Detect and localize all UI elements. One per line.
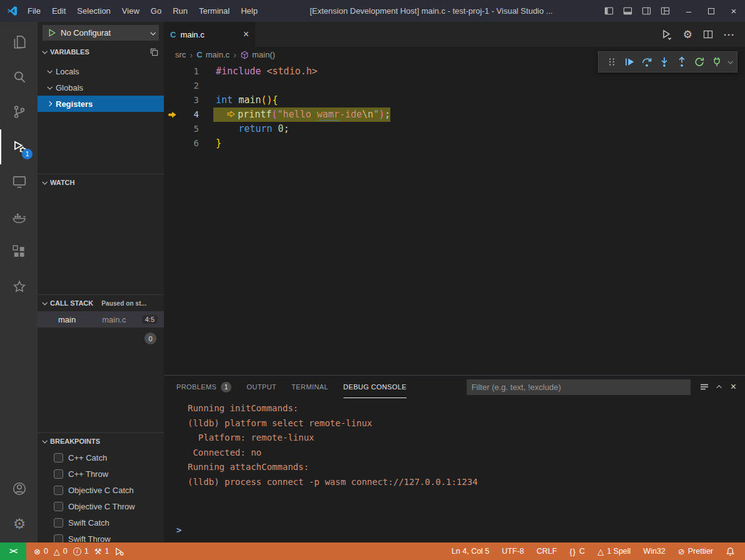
continue-icon[interactable] — [621, 54, 637, 70]
toggle-panel-icon[interactable] — [623, 6, 632, 16]
activity-star[interactable] — [0, 269, 38, 304]
status-language-mode[interactable]: {}C — [569, 547, 585, 556]
activity-explorer[interactable] — [0, 24, 38, 59]
activity-account[interactable] — [0, 471, 38, 506]
status-tools[interactable]: ⚒1 — [94, 547, 109, 556]
close-button[interactable]: × — [722, 0, 745, 22]
breakpoint-checkbox[interactable] — [54, 518, 63, 528]
console-lines-icon[interactable] — [699, 382, 709, 392]
code-line-6[interactable]: 6} — [164, 136, 745, 151]
tab-main.c[interactable]: Cmain.c× — [164, 22, 255, 47]
split-editor-icon[interactable] — [703, 29, 713, 39]
breadcrumb-item[interactable]: Cmain.c — [196, 50, 230, 59]
breakpoint-checkbox[interactable] — [54, 469, 63, 479]
code-editor[interactable]: 1#include <stdio.h>23int main(){4 printf… — [164, 62, 745, 375]
step-into-icon[interactable] — [656, 54, 672, 70]
status-cursor-position[interactable]: Ln 4, Col 5 — [452, 547, 489, 556]
activity-docker[interactable] — [0, 199, 38, 234]
customize-layout-icon[interactable] — [661, 6, 670, 16]
glyph-margin[interactable] — [164, 93, 180, 108]
menu-go[interactable]: Go — [145, 0, 167, 22]
status-eol[interactable]: CRLF — [537, 547, 557, 556]
activity-source-control[interactable] — [0, 94, 38, 129]
glyph-margin[interactable] — [164, 122, 180, 136]
status-prettier[interactable]: ⊘Prettier — [678, 547, 713, 556]
status-encoding[interactable]: UTF-8 — [502, 547, 524, 556]
breakpoint-checkbox[interactable] — [54, 453, 63, 462]
restart-icon[interactable] — [691, 54, 707, 70]
more-actions-icon[interactable]: ··· — [724, 29, 735, 40]
activity-remote-explorer[interactable] — [0, 164, 38, 199]
console-filter-input[interactable] — [467, 379, 691, 395]
status-infos[interactable]: i1 — [73, 547, 89, 556]
status-notifications[interactable] — [726, 547, 735, 556]
status-errors[interactable]: ⊗0 — [34, 547, 48, 556]
disconnect-icon[interactable] — [709, 54, 725, 70]
status-spell-checker[interactable]: △1 Spell — [597, 547, 631, 556]
panel-tab-terminal[interactable]: TERMINAL — [291, 376, 328, 398]
menu-help[interactable]: Help — [235, 0, 263, 22]
menu-run[interactable]: Run — [167, 0, 193, 22]
variables-item-registers[interactable]: Registers — [38, 96, 164, 112]
breakpoint-row[interactable]: C++ Throw — [38, 466, 164, 482]
breakpoint-row[interactable]: Swift Catch — [38, 514, 164, 531]
gear-icon[interactable]: ⚙ — [683, 29, 692, 40]
step-over-icon[interactable] — [639, 54, 655, 70]
breadcrumb-item[interactable]: src — [175, 50, 186, 59]
panel-tab-debug-console[interactable]: DEBUG CONSOLE — [343, 376, 407, 398]
debug-toolbar-chevron-icon[interactable] — [727, 59, 732, 64]
activity-settings-gear[interactable]: ⚙ — [0, 506, 38, 541]
breadcrumb-item[interactable]: main() — [240, 50, 275, 59]
menu-terminal[interactable]: Terminal — [193, 0, 235, 22]
toggle-sidebar-icon[interactable] — [604, 6, 614, 16]
variables-header[interactable]: VARIABLES — [38, 44, 164, 60]
status-warnings[interactable]: △0 — [54, 547, 68, 556]
panel-tab-problems[interactable]: PROBLEMS1 — [176, 376, 231, 398]
breakpoint-row[interactable]: Objective C Throw — [38, 498, 164, 514]
variables-item-globals[interactable]: Globals — [38, 79, 164, 96]
watch-header[interactable]: WATCH — [38, 174, 164, 191]
code-line-4[interactable]: 4 printf("hello wamr-ide\n"); — [164, 108, 745, 122]
close-panel-icon[interactable]: × — [731, 382, 736, 392]
debug-config-select[interactable]: No Configurat — [43, 25, 159, 41]
maximize-button[interactable] — [700, 0, 722, 22]
step-out-icon[interactable] — [674, 54, 690, 70]
maximize-panel-icon[interactable] — [718, 385, 722, 389]
panel-tab-output[interactable]: OUTPUT — [246, 376, 276, 398]
toggle-secondary-sidebar-icon[interactable] — [642, 6, 651, 16]
activity-extensions[interactable] — [0, 234, 38, 269]
breakpoint-row[interactable]: Swift Throw — [38, 531, 164, 542]
breakpoints-header[interactable]: BREAKPOINTS — [38, 433, 164, 449]
minimize-button[interactable]: – — [677, 0, 700, 22]
activity-search[interactable] — [0, 59, 38, 94]
current-line-arrow-icon[interactable] — [164, 108, 180, 122]
breakpoint-row[interactable]: Objective C Catch — [38, 482, 164, 498]
tab-close-icon[interactable]: × — [243, 29, 249, 39]
gripper-icon[interactable] — [604, 54, 620, 70]
remote-indicator[interactable]: >< — [0, 542, 26, 560]
console-prompt[interactable]: > — [176, 523, 181, 538]
glyph-margin[interactable] — [164, 79, 180, 93]
menu-view[interactable]: View — [116, 0, 145, 22]
activity-run-debug[interactable]: 1 — [0, 129, 38, 164]
menu-selection[interactable]: Selection — [71, 0, 116, 22]
run-dropdown-icon[interactable] — [661, 29, 672, 40]
menu-edit[interactable]: Edit — [46, 0, 71, 22]
breakpoint-checkbox[interactable] — [54, 486, 63, 495]
code-line-5[interactable]: 5 return 0; — [164, 122, 745, 136]
menu-file[interactable]: File — [22, 0, 46, 22]
glyph-margin[interactable] — [164, 136, 180, 151]
breakpoint-row[interactable]: C++ Catch — [38, 449, 164, 466]
stack-frame-row[interactable]: main main.c 4:5 — [38, 311, 164, 328]
status-platform[interactable]: Win32 — [643, 547, 665, 556]
code-line-3[interactable]: 3int main(){ — [164, 93, 745, 108]
status-debug[interactable] — [114, 547, 124, 556]
start-debug-icon[interactable] — [47, 28, 56, 38]
breakpoint-checkbox[interactable] — [54, 534, 63, 543]
code-line-2[interactable]: 2 — [164, 79, 745, 93]
debug-console-output[interactable]: Running initCommands:(lldb) platform sel… — [164, 398, 745, 542]
collapse-all-icon[interactable] — [150, 48, 159, 57]
glyph-margin[interactable] — [164, 64, 180, 79]
call-stack-header[interactable]: CALL STACK Paused on st... — [38, 295, 164, 311]
breakpoint-checkbox[interactable] — [54, 502, 63, 511]
